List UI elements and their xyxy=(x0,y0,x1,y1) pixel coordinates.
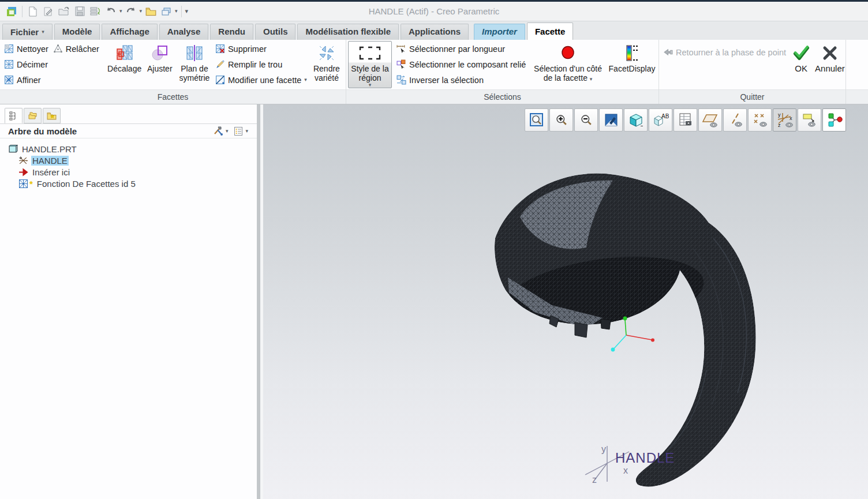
tree-item-fonction-facettes[interactable]: * Fonction De Facettes id 5 xyxy=(3,178,257,189)
new-file-icon[interactable] xyxy=(26,5,40,18)
spin-center-button[interactable] xyxy=(822,108,846,132)
tree-settings-button[interactable]: ▾ xyxy=(231,126,251,136)
tab-modele[interactable]: Modèle xyxy=(54,24,100,40)
graphics-viewport[interactable]: y x z HANDLE AB xyxy=(263,104,868,499)
group-label-quitter: Quitter xyxy=(659,89,845,104)
ribbon-group-selections: Style de la région ▾ Sélectionner par lo… xyxy=(346,40,659,104)
ok-check-icon xyxy=(792,43,810,63)
modifier-une-facette-icon xyxy=(215,75,225,85)
tree-tools-caret: ▾ xyxy=(226,129,229,134)
tab-facette[interactable]: Facette xyxy=(527,22,574,40)
panel-tabs xyxy=(0,104,257,123)
inverser-la-selection-icon xyxy=(396,75,406,85)
supprimer-button[interactable]: Supprimer xyxy=(213,41,309,57)
selectionner-le-composant-relie-button[interactable]: Sélectionner le composant relié xyxy=(394,57,528,72)
modifier-une-facette-button[interactable]: Modifier une facette ▾ xyxy=(213,72,309,88)
folder-star-icon xyxy=(47,112,57,120)
quick-access-toolbar: ▾ ▾ ▾ ▾ xyxy=(5,3,188,20)
decalage-button[interactable]: Décalage xyxy=(106,41,144,88)
tree-item-handle-prt[interactable]: HANDLE.PRT xyxy=(3,143,257,155)
model-canvas: y x z HANDLE xyxy=(263,104,868,499)
repaint-button[interactable] xyxy=(599,108,623,132)
repaint-icon xyxy=(604,112,619,127)
spin-center-icon xyxy=(826,112,843,128)
tab-affichage[interactable]: Affichage xyxy=(102,24,157,40)
relacher-button[interactable]: Relâcher xyxy=(51,41,102,57)
model-tree-panel: Arbre du modèle ▾ ▾ HANDLE.PRT HANDLE In… xyxy=(0,104,257,499)
tab-importer[interactable]: Importer xyxy=(474,24,525,40)
rendre-variete-button[interactable]: Rendre variété xyxy=(309,41,344,88)
folder-browser-tab[interactable] xyxy=(24,108,42,123)
zoom-out-icon xyxy=(579,112,594,127)
ajuster-button[interactable]: Ajuster xyxy=(144,41,176,88)
insert-here-icon xyxy=(18,167,28,177)
axis-display-button[interactable] xyxy=(723,108,747,132)
zoom-refit-button[interactable] xyxy=(525,108,548,132)
annotation-display-button[interactable] xyxy=(798,108,821,132)
ab-label: AB xyxy=(661,113,669,119)
style-de-la-region-button[interactable]: Style de la région ▾ xyxy=(348,41,392,88)
redo-dropdown-caret[interactable]: ▾ xyxy=(140,9,143,14)
part-icon xyxy=(8,144,18,154)
zoom-out-button[interactable] xyxy=(574,108,598,132)
undo-icon[interactable] xyxy=(104,5,118,18)
redo-icon[interactable] xyxy=(124,5,138,18)
zoom-in-button[interactable] xyxy=(549,108,573,132)
view-manager-button[interactable] xyxy=(674,108,697,132)
save-icon[interactable] xyxy=(73,5,87,18)
model-tree-tab[interactable] xyxy=(5,108,23,123)
creo-logo-icon[interactable] xyxy=(5,5,18,18)
separator xyxy=(181,6,182,17)
undo-dropdown-caret[interactable]: ▾ xyxy=(119,9,122,14)
saved-orientations-icon: AB xyxy=(653,112,669,127)
plane-display-button[interactable] xyxy=(698,108,722,132)
display-style-button[interactable] xyxy=(624,108,648,132)
tab-analyse[interactable]: Analyse xyxy=(159,24,209,40)
tree-tools-button[interactable]: ▾ xyxy=(210,126,231,136)
tab-outils[interactable]: Outils xyxy=(255,24,296,40)
tab-rendu[interactable]: Rendu xyxy=(210,24,253,40)
facetdisplay-button[interactable]: FacetDisplay xyxy=(608,41,656,88)
windows-dropdown-caret[interactable]: ▾ xyxy=(175,9,178,14)
selection-dun-cote-caret: ▾ xyxy=(590,76,593,82)
csys-display-button[interactable]: yxz xyxy=(773,108,796,132)
remplir-le-trou-button[interactable]: Remplir le trou xyxy=(213,57,309,72)
axis-label-x: x xyxy=(623,466,628,475)
axis-display-icon xyxy=(728,112,743,127)
plan-de-symetrie-button[interactable]: Plan de symétrie xyxy=(176,41,213,88)
relacher-icon xyxy=(53,44,63,54)
edit-file-icon[interactable] xyxy=(42,5,55,18)
selectionner-par-longueur-button[interactable]: Sélectionner par longueur xyxy=(394,41,528,57)
nettoyer-button[interactable]: Nettoyer xyxy=(2,41,51,57)
style-de-la-region-caret: ▾ xyxy=(369,82,372,88)
svg-text:y: y xyxy=(778,112,781,118)
tab-applications[interactable]: Applications xyxy=(401,24,469,40)
ok-button[interactable]: OK xyxy=(790,41,813,88)
folder-icon[interactable] xyxy=(144,5,158,18)
style-de-la-region-icon xyxy=(358,43,381,63)
tree-item-inserer-ici[interactable]: Insérer ici xyxy=(3,166,257,178)
windows-icon[interactable] xyxy=(159,5,173,18)
display-style-icon xyxy=(628,112,644,127)
tab-modelisation-flexible[interactable]: Modélisation flexible xyxy=(297,24,399,40)
point-display-button[interactable] xyxy=(748,108,772,132)
view-manager-icon xyxy=(678,112,693,127)
tree-item-handle[interactable]: HANDLE xyxy=(3,155,257,166)
tab-fichier[interactable]: Fichier▾ xyxy=(2,24,53,40)
model-tree-toggle-icon[interactable] xyxy=(88,5,102,18)
inverser-la-selection-button[interactable]: Inverser la sélection xyxy=(394,72,528,88)
open-folder-icon[interactable] xyxy=(57,5,71,18)
favorites-tab[interactable] xyxy=(43,108,61,123)
separator xyxy=(22,6,23,17)
affiner-button[interactable]: Affiner xyxy=(2,72,106,88)
saved-orientations-button[interactable]: AB xyxy=(649,108,672,132)
annuler-button[interactable]: Annuler xyxy=(813,41,847,88)
retourner-phase-point-button[interactable]: Retourner à la phase de point xyxy=(661,44,788,60)
axis-label-y: y xyxy=(601,444,606,454)
selection-dun-cote-button[interactable]: Sélection d'un côté de la facette ▾ xyxy=(528,41,608,88)
panel-title: Arbre du modèle xyxy=(8,126,210,136)
decimer-icon xyxy=(4,59,14,69)
decimer-button[interactable]: Décimer xyxy=(2,57,106,72)
tools-icon xyxy=(213,126,223,136)
customize-toolbar-caret[interactable]: ▾ xyxy=(185,8,189,14)
